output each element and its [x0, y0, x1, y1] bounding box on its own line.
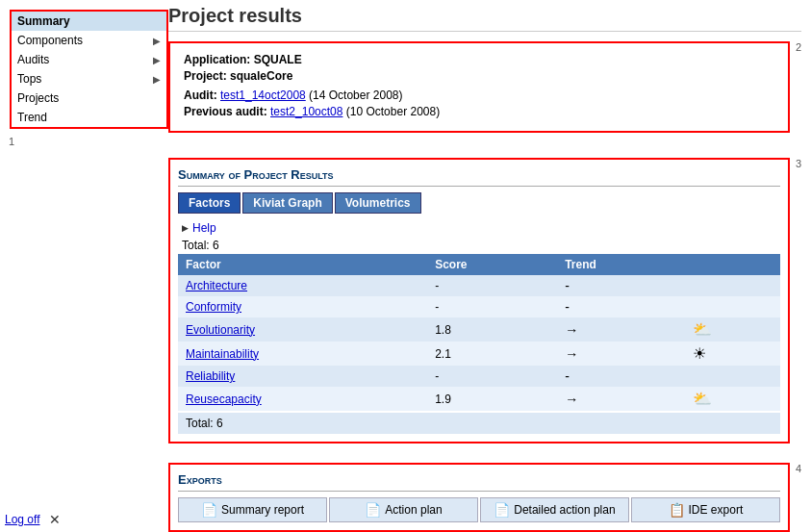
factor-name[interactable]: Conformity	[178, 296, 427, 317]
sidebar-item-label: Summary	[17, 14, 70, 28]
section-label-3: 3	[796, 158, 801, 169]
export-button-label: IDE export	[689, 503, 744, 517]
sidebar-item-tops[interactable]: Tops ▶	[12, 69, 166, 89]
sidebar-item-projects[interactable]: Projects	[12, 89, 166, 108]
weather-icon: ☀	[685, 342, 780, 366]
logoff-link[interactable]: Log off	[5, 513, 39, 526]
prev-audit-info: Previous audit: test2_10oct08 (10 Octobe…	[184, 105, 774, 118]
pdf-icon: 📄	[365, 502, 381, 518]
factor-name[interactable]: Evolutionarity	[178, 317, 427, 342]
col-factor: Factor	[178, 254, 427, 275]
factor-name[interactable]: Reusecapacity	[178, 387, 427, 411]
summary-section: Summary of Project Results Factors Kivia…	[168, 158, 790, 443]
audit-link[interactable]: test1_14oct2008	[220, 89, 306, 102]
tab-bar: Factors Kiviat Graph Volumetrics	[178, 192, 780, 214]
weather-icon	[685, 275, 780, 296]
export-button[interactable]: 📄Summary report	[178, 497, 327, 522]
factor-trend: -	[557, 275, 685, 296]
factor-trend: -	[557, 296, 685, 317]
factors-table: Factor Score Trend Architecture--Conform…	[178, 254, 780, 411]
factor-trend: →	[557, 342, 685, 366]
factor-name[interactable]: Reliability	[178, 366, 427, 387]
weather-icon	[685, 296, 780, 317]
help-row[interactable]: Help	[178, 219, 780, 237]
audit-info: Audit: test1_14oct2008 (14 October 2008)	[184, 89, 774, 102]
table-row: Reliability--	[178, 366, 780, 387]
table-row: Maintainability2.1→☀	[178, 342, 780, 366]
export-button[interactable]: 📄Action plan	[329, 497, 478, 522]
main-content: Project results Application: SQUALE Proj…	[159, 0, 811, 532]
table-row: Reusecapacity1.9→⛅	[178, 387, 780, 411]
prev-audit-link[interactable]: test2_10oct08	[270, 105, 342, 118]
project-info: Project: squaleCore	[184, 69, 774, 83]
help-text: Help	[192, 221, 216, 235]
sidebar: Summary Components ▶ Audits ▶ Tops ▶ Pro…	[10, 10, 168, 129]
tab-factors[interactable]: Factors	[178, 192, 241, 214]
pdf-icon: 📄	[201, 502, 217, 518]
table-row: Evolutionarity1.8→⛅	[178, 317, 780, 342]
export-button-label: Detailed action plan	[514, 503, 615, 517]
factor-trend: →	[557, 317, 685, 342]
weather-icon: ⛅	[685, 317, 780, 342]
total-bottom: Total: 6	[178, 413, 780, 434]
export-button-label: Summary report	[221, 503, 304, 517]
total-top: Total: 6	[178, 237, 780, 254]
section-label-1: 1	[5, 136, 154, 147]
application-info: Application: SQUALE	[184, 53, 774, 66]
col-score: Score	[427, 254, 557, 275]
sidebar-item-label: Trend	[17, 111, 47, 124]
weather-icon	[685, 366, 780, 387]
exports-section: Exports 📄Summary report📄Action plan📄Deta…	[168, 463, 790, 532]
application-value: SQUALE	[254, 53, 302, 66]
export-buttons: 📄Summary report📄Action plan📄Detailed act…	[178, 497, 780, 522]
table-row: Conformity--	[178, 296, 780, 317]
sidebar-item-components[interactable]: Components ▶	[12, 31, 166, 50]
factor-trend: →	[557, 387, 685, 411]
sidebar-item-label: Components	[17, 34, 83, 47]
section-label-4: 4	[796, 463, 801, 474]
factor-trend: -	[557, 366, 685, 387]
tab-volumetrics[interactable]: Volumetrics	[335, 192, 421, 214]
ide-icon: 📋	[669, 502, 685, 518]
section-label-2: 2	[796, 41, 801, 53]
sidebar-item-label: Projects	[17, 91, 59, 105]
factor-score: 2.1	[427, 342, 557, 366]
sidebar-item-label: Audits	[17, 53, 49, 66]
project-info-box: Application: SQUALE Project: squaleCore …	[168, 41, 790, 133]
exports-title: Exports	[178, 472, 780, 492]
factor-score: -	[427, 296, 557, 317]
project-value: squaleCore	[230, 69, 292, 83]
col-trend: Trend	[557, 254, 685, 275]
export-button-label: Action plan	[385, 503, 442, 517]
col-icon	[685, 254, 780, 275]
sidebar-item-trend[interactable]: Trend	[12, 108, 166, 127]
sidebar-item-label: Tops	[17, 72, 41, 86]
weather-icon: ⛅	[685, 387, 780, 411]
summary-section-title: Summary of Project Results	[178, 167, 780, 187]
factor-score: -	[427, 366, 557, 387]
close-icon[interactable]: ✕	[49, 512, 61, 527]
factor-name[interactable]: Maintainability	[178, 342, 427, 366]
factor-score: 1.8	[427, 317, 557, 342]
tab-kiviat[interactable]: Kiviat Graph	[242, 192, 332, 214]
factor-score: -	[427, 275, 557, 296]
factor-score: 1.9	[427, 387, 557, 411]
sidebar-item-audits[interactable]: Audits ▶	[12, 50, 166, 69]
factor-name[interactable]: Architecture	[178, 275, 427, 296]
page-title: Project results	[168, 5, 801, 32]
table-row: Architecture--	[178, 275, 780, 296]
sidebar-item-summary[interactable]: Summary	[12, 12, 166, 31]
export-button[interactable]: 📄Detailed action plan	[480, 497, 629, 522]
export-button[interactable]: 📋IDE export	[631, 497, 780, 522]
pdf-icon: 📄	[494, 502, 510, 518]
